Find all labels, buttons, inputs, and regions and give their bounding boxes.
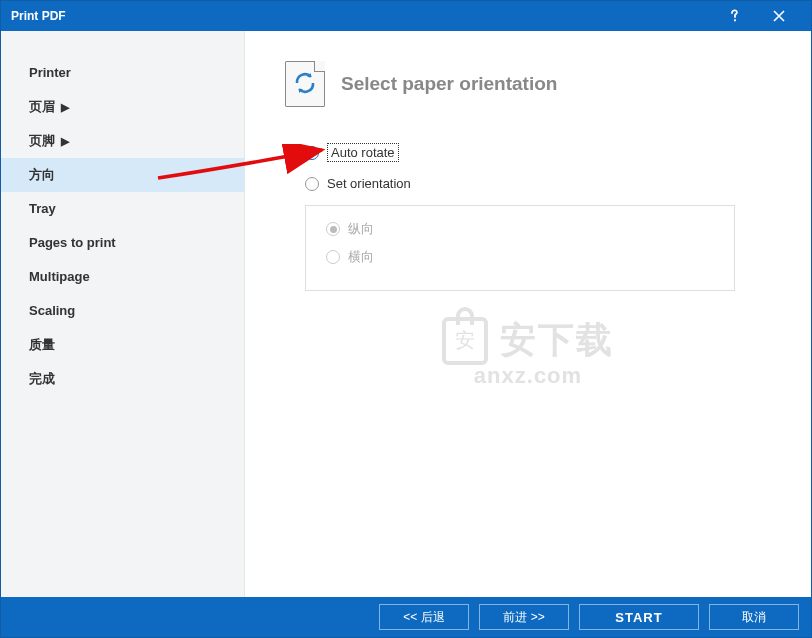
radio-icon [326, 250, 340, 264]
radio-icon [326, 222, 340, 236]
radio-portrait: 纵向 [326, 220, 714, 238]
radio-set-orientation[interactable]: Set orientation [305, 176, 771, 191]
sidebar-item-label: 页脚 [29, 124, 55, 158]
sidebar-item-header[interactable]: 页眉▶ [1, 90, 244, 124]
sidebar-item-label: Multipage [29, 260, 90, 294]
window-title: Print PDF [11, 9, 713, 23]
sidebar-item-label: 页眉 [29, 90, 55, 124]
radio-icon [305, 177, 319, 191]
radio-label: Set orientation [327, 176, 411, 191]
rotate-icon [285, 61, 325, 107]
chevron-right-icon: ▶ [61, 124, 69, 158]
help-button[interactable] [713, 1, 757, 31]
watermark-text-small: anxz.com [474, 363, 582, 389]
sidebar-item-label: Scaling [29, 294, 75, 328]
chevron-right-icon: ▶ [61, 90, 69, 124]
sidebar-item-label: 质量 [29, 328, 55, 362]
page-title: Select paper orientation [341, 73, 557, 95]
sidebar-item-finish[interactable]: 完成 [1, 362, 244, 396]
footer: << 后退 前进 >> START 取消 [1, 597, 811, 637]
sidebar-item-footer[interactable]: 页脚▶ [1, 124, 244, 158]
sidebar-item-quality[interactable]: 质量 [1, 328, 244, 362]
start-button[interactable]: START [579, 604, 699, 630]
sidebar-item-scaling[interactable]: Scaling [1, 294, 244, 328]
radio-label: 横向 [348, 248, 374, 266]
sidebar-item-label: 完成 [29, 362, 55, 396]
close-button[interactable] [757, 1, 801, 31]
bag-icon: 安 [442, 317, 488, 365]
watermark-text-large: 安下载 [500, 316, 614, 365]
watermark: 安 安下载 anxz.com [442, 316, 614, 389]
sidebar-item-orientation[interactable]: 方向 [1, 158, 244, 192]
sidebar-item-tray[interactable]: Tray [1, 192, 244, 226]
sidebar-item-label: Pages to print [29, 226, 116, 260]
sidebar-item-label: Printer [29, 56, 71, 90]
titlebar: Print PDF [1, 1, 811, 31]
sidebar: Printer 页眉▶ 页脚▶ 方向 Tray Pages to print M… [1, 31, 245, 597]
sidebar-item-multipage[interactable]: Multipage [1, 260, 244, 294]
sidebar-item-printer[interactable]: Printer [1, 56, 244, 90]
radio-icon [305, 146, 319, 160]
back-button[interactable]: << 后退 [379, 604, 469, 630]
sidebar-item-label: 方向 [29, 158, 55, 192]
radio-landscape: 横向 [326, 248, 714, 266]
next-button[interactable]: 前进 >> [479, 604, 569, 630]
radio-label: Auto rotate [327, 143, 399, 162]
sidebar-item-label: Tray [29, 192, 56, 226]
radio-auto-rotate[interactable]: Auto rotate [305, 143, 771, 162]
cancel-button[interactable]: 取消 [709, 604, 799, 630]
sidebar-item-pages[interactable]: Pages to print [1, 226, 244, 260]
orientation-sub-panel: 纵向 横向 [305, 205, 735, 291]
main-panel: Select paper orientation Auto rotate Set… [245, 31, 811, 597]
radio-label: 纵向 [348, 220, 374, 238]
